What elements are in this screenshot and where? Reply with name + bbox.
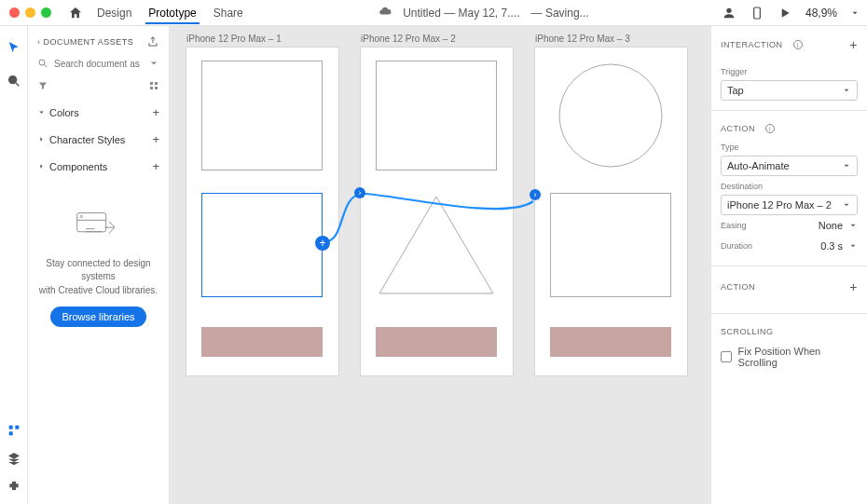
window-controls[interactable] <box>9 7 51 18</box>
svg-rect-8 <box>155 82 158 85</box>
chevron-down-icon[interactable] <box>848 241 858 251</box>
chevron-down-icon[interactable] <box>848 221 858 230</box>
artboard-label[interactable]: iPhone 12 Pro Max – 2 <box>361 34 513 44</box>
easing-value[interactable]: None <box>819 220 843 231</box>
svg-rect-1 <box>754 7 761 19</box>
libraries-illustration-icon <box>73 206 125 243</box>
home-icon[interactable] <box>68 6 83 20</box>
chevron-down-icon <box>37 108 46 116</box>
tab-design[interactable]: Design <box>94 2 134 24</box>
chevron-down-icon <box>842 86 851 95</box>
artboard-label[interactable]: iPhone 12 Pro Max – 1 <box>186 34 338 44</box>
close-dot[interactable] <box>9 7 20 18</box>
artboard-1[interactable] <box>186 48 338 375</box>
fix-position-label: Fix Position When Scrolling <box>738 346 858 368</box>
trigger-select[interactable]: Tap <box>721 80 858 101</box>
filter-icon[interactable] <box>37 80 48 91</box>
trigger-label: Trigger <box>721 67 858 76</box>
svg-point-6 <box>39 60 45 65</box>
artboard-label[interactable]: iPhone 12 Pro Max – 3 <box>535 34 687 44</box>
easing-label: Easing <box>721 221 747 230</box>
libraries-icon[interactable] <box>6 422 22 439</box>
action-heading-secondary: ACTION <box>721 282 755 292</box>
tab-prototype[interactable]: Prototype <box>145 2 199 24</box>
action-type-select[interactable]: Auto-Animate <box>721 156 858 176</box>
chevron-down-icon <box>842 200 851 210</box>
libraries-empty-line1: Stay connected to design systems <box>37 257 159 284</box>
section-colors[interactable]: Colors + <box>37 99 159 126</box>
rect-shape[interactable] <box>376 61 497 170</box>
zoom-chevron-icon[interactable] <box>850 6 860 20</box>
triangle-shape[interactable] <box>376 193 497 297</box>
play-icon[interactable] <box>778 6 792 20</box>
user-icon[interactable] <box>722 6 736 20</box>
tab-share[interactable]: Share <box>211 2 246 24</box>
artboard-3[interactable] <box>535 48 687 375</box>
fix-position-checkbox[interactable] <box>721 351 732 362</box>
svg-rect-4 <box>15 426 19 429</box>
cloud-icon <box>378 5 392 20</box>
duration-value[interactable]: 0.3 s <box>820 240 843 252</box>
svg-point-14 <box>559 64 662 167</box>
save-status: — Saving... <box>531 7 589 20</box>
info-icon[interactable]: i <box>793 40 803 49</box>
info-icon[interactable]: i <box>765 124 775 133</box>
zoom-level[interactable]: 48,9% <box>805 7 837 20</box>
pink-bar[interactable] <box>201 327 323 357</box>
canvas[interactable]: iPhone 12 Pro Max – 1 iPhone 12 Pro Max … <box>170 26 710 504</box>
device-preview-icon[interactable] <box>750 6 764 20</box>
chevron-down-icon <box>842 161 851 170</box>
pink-bar[interactable] <box>376 327 497 357</box>
share-assets-icon[interactable] <box>146 35 159 48</box>
selected-rect-shape[interactable] <box>201 193 323 297</box>
add-color-icon[interactable]: + <box>152 105 159 119</box>
rect-shape[interactable] <box>201 61 323 170</box>
chevron-right-icon <box>37 162 46 170</box>
interaction-heading: INTERACTION <box>721 40 783 49</box>
svg-point-2 <box>8 76 16 84</box>
artboard-2[interactable] <box>361 48 513 375</box>
search-assets-input[interactable] <box>54 59 143 69</box>
wire-add-node-icon[interactable]: + <box>315 236 330 251</box>
maximize-dot[interactable] <box>41 7 51 18</box>
duration-label: Duration <box>721 241 752 251</box>
select-tool-icon[interactable] <box>6 39 22 56</box>
minimize-dot[interactable] <box>25 7 35 18</box>
wire-start-node-icon[interactable]: › <box>354 187 365 198</box>
action-heading: ACTION <box>721 124 755 133</box>
search-chevron-icon[interactable] <box>148 58 159 69</box>
panel-back-button[interactable]: ‹ DOCUMENT ASSETS <box>37 37 133 47</box>
section-character-styles[interactable]: Character Styles + <box>37 126 159 153</box>
grid-view-icon[interactable] <box>148 80 159 91</box>
svg-rect-7 <box>150 82 153 85</box>
add-charstyle-icon[interactable]: + <box>152 132 159 146</box>
search-icon <box>37 58 48 69</box>
panel-title: DOCUMENT ASSETS <box>44 37 134 47</box>
add-component-icon[interactable]: + <box>152 159 159 173</box>
circle-shape[interactable] <box>550 61 671 170</box>
svg-rect-3 <box>8 426 12 429</box>
libraries-empty-line2: with Creative Cloud libraries. <box>37 284 159 298</box>
document-title[interactable]: Untitled — May 12, 7.... <box>403 7 519 20</box>
plugins-icon[interactable] <box>6 478 22 495</box>
svg-point-0 <box>726 7 731 12</box>
svg-rect-10 <box>155 87 158 89</box>
wire-end-node-icon[interactable]: › <box>530 189 541 200</box>
section-components[interactable]: Components + <box>37 153 159 180</box>
browse-libraries-button[interactable]: Browse libraries <box>50 306 145 327</box>
destination-label: Destination <box>721 182 858 191</box>
chevron-right-icon <box>37 135 46 143</box>
zoom-tool-icon[interactable] <box>6 73 22 89</box>
svg-point-12 <box>80 215 82 217</box>
scrolling-heading: SCROLLING <box>721 327 774 336</box>
layers-icon[interactable] <box>6 450 22 467</box>
pink-bar[interactable] <box>550 327 671 357</box>
add-interaction-icon[interactable]: + <box>849 37 858 52</box>
destination-select[interactable]: iPhone 12 Pro Max – 2 <box>721 195 858 215</box>
svg-rect-9 <box>150 87 153 89</box>
svg-rect-5 <box>8 431 12 435</box>
rect-shape[interactable] <box>550 193 671 297</box>
type-label: Type <box>721 143 858 152</box>
add-action-icon[interactable]: + <box>849 279 858 294</box>
svg-marker-13 <box>379 197 493 293</box>
